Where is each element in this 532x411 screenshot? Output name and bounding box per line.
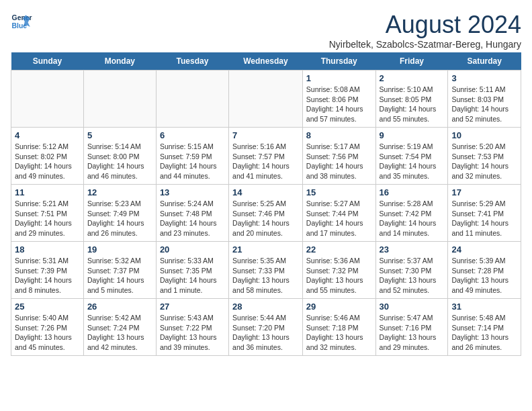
calendar-cell: 23Sunrise: 5:37 AMSunset: 7:30 PMDayligh… — [375, 242, 448, 299]
day-number: 3 — [451, 73, 517, 83]
calendar-cell: 16Sunrise: 5:28 AMSunset: 7:42 PMDayligh… — [375, 185, 448, 242]
day-header-friday: Friday — [375, 52, 448, 71]
day-number: 27 — [160, 302, 225, 312]
logo-icon: General Blue — [11, 11, 32, 32]
day-info: Sunrise: 5:32 AMSunset: 7:37 PMDaylight:… — [87, 256, 152, 295]
day-info: Sunrise: 5:17 AMSunset: 7:56 PMDaylight:… — [306, 142, 372, 181]
day-info: Sunrise: 5:24 AMSunset: 7:48 PMDaylight:… — [160, 199, 225, 238]
day-number: 5 — [87, 130, 152, 140]
week-row-1: 1Sunrise: 5:08 AMSunset: 8:06 PMDaylight… — [11, 71, 521, 128]
day-info: Sunrise: 5:20 AMSunset: 7:53 PMDaylight:… — [451, 142, 517, 181]
calendar-cell — [229, 71, 303, 128]
calendar-cell: 15Sunrise: 5:27 AMSunset: 7:44 PMDayligh… — [302, 185, 375, 242]
page-header: General Blue August 2024 Nyirbeltek, Sza… — [11, 11, 521, 50]
calendar-cell: 11Sunrise: 5:21 AMSunset: 7:51 PMDayligh… — [11, 185, 84, 242]
day-number: 15 — [306, 187, 372, 197]
day-number: 23 — [380, 244, 445, 255]
day-number: 24 — [451, 244, 517, 255]
day-number: 16 — [380, 187, 445, 197]
calendar-cell: 7Sunrise: 5:16 AMSunset: 7:57 PMDaylight… — [229, 128, 303, 185]
day-number: 30 — [380, 302, 445, 312]
day-number: 1 — [306, 73, 372, 83]
day-number: 6 — [160, 130, 225, 140]
calendar-cell: 28Sunrise: 5:44 AMSunset: 7:20 PMDayligh… — [229, 299, 303, 356]
day-info: Sunrise: 5:12 AMSunset: 8:02 PMDaylight:… — [15, 142, 80, 181]
calendar-cell: 26Sunrise: 5:42 AMSunset: 7:24 PMDayligh… — [83, 299, 156, 356]
day-header-row: SundayMondayTuesdayWednesdayThursdayFrid… — [11, 52, 521, 71]
day-header-sunday: Sunday — [11, 52, 84, 71]
day-info: Sunrise: 5:27 AMSunset: 7:44 PMDaylight:… — [306, 199, 372, 238]
day-info: Sunrise: 5:39 AMSunset: 7:28 PMDaylight:… — [451, 256, 517, 295]
day-number: 29 — [306, 302, 372, 312]
day-info: Sunrise: 5:16 AMSunset: 7:57 PMDaylight:… — [232, 142, 299, 181]
week-row-4: 18Sunrise: 5:31 AMSunset: 7:39 PMDayligh… — [11, 242, 521, 299]
calendar-cell: 22Sunrise: 5:36 AMSunset: 7:32 PMDayligh… — [302, 242, 375, 299]
day-number: 12 — [87, 187, 152, 197]
day-info: Sunrise: 5:48 AMSunset: 7:14 PMDaylight:… — [451, 313, 517, 353]
calendar-cell — [83, 71, 156, 128]
day-info: Sunrise: 5:11 AMSunset: 8:03 PMDaylight:… — [451, 85, 517, 124]
day-info: Sunrise: 5:43 AMSunset: 7:22 PMDaylight:… — [160, 313, 225, 353]
day-header-monday: Monday — [83, 52, 156, 71]
calendar-cell: 9Sunrise: 5:19 AMSunset: 7:54 PMDaylight… — [375, 128, 448, 185]
day-info: Sunrise: 5:37 AMSunset: 7:30 PMDaylight:… — [380, 256, 445, 295]
day-info: Sunrise: 5:21 AMSunset: 7:51 PMDaylight:… — [15, 199, 80, 238]
day-number: 19 — [87, 244, 152, 255]
day-number: 10 — [451, 130, 517, 140]
calendar-cell: 18Sunrise: 5:31 AMSunset: 7:39 PMDayligh… — [11, 242, 84, 299]
day-info: Sunrise: 5:46 AMSunset: 7:18 PMDaylight:… — [306, 313, 372, 353]
day-header-wednesday: Wednesday — [229, 52, 303, 71]
day-number: 9 — [380, 130, 445, 140]
day-info: Sunrise: 5:25 AMSunset: 7:46 PMDaylight:… — [232, 199, 299, 238]
day-number: 7 — [232, 130, 299, 140]
calendar-cell: 31Sunrise: 5:48 AMSunset: 7:14 PMDayligh… — [448, 299, 521, 356]
day-header-tuesday: Tuesday — [156, 52, 228, 71]
day-info: Sunrise: 5:36 AMSunset: 7:32 PMDaylight:… — [306, 256, 372, 295]
day-info: Sunrise: 5:47 AMSunset: 7:16 PMDaylight:… — [380, 313, 445, 353]
day-info: Sunrise: 5:33 AMSunset: 7:35 PMDaylight:… — [160, 256, 225, 295]
day-number: 17 — [451, 187, 517, 197]
day-header-thursday: Thursday — [302, 52, 375, 71]
calendar-cell: 21Sunrise: 5:35 AMSunset: 7:33 PMDayligh… — [229, 242, 303, 299]
location-subtitle: Nyirbeltek, Szabolcs-Szatmar-Bereg, Hung… — [329, 39, 521, 50]
day-info: Sunrise: 5:28 AMSunset: 7:42 PMDaylight:… — [380, 199, 445, 238]
calendar-cell: 1Sunrise: 5:08 AMSunset: 8:06 PMDaylight… — [302, 71, 375, 128]
calendar-cell: 30Sunrise: 5:47 AMSunset: 7:16 PMDayligh… — [375, 299, 448, 356]
day-number: 2 — [380, 73, 445, 83]
calendar-cell: 14Sunrise: 5:25 AMSunset: 7:46 PMDayligh… — [229, 185, 303, 242]
week-row-5: 25Sunrise: 5:40 AMSunset: 7:26 PMDayligh… — [11, 299, 521, 356]
day-number: 14 — [232, 187, 299, 197]
calendar-cell: 17Sunrise: 5:29 AMSunset: 7:41 PMDayligh… — [448, 185, 521, 242]
day-info: Sunrise: 5:23 AMSunset: 7:49 PMDaylight:… — [87, 199, 152, 238]
week-row-2: 4Sunrise: 5:12 AMSunset: 8:02 PMDaylight… — [11, 128, 521, 185]
day-header-saturday: Saturday — [448, 52, 521, 71]
day-info: Sunrise: 5:29 AMSunset: 7:41 PMDaylight:… — [451, 199, 517, 238]
calendar-table: SundayMondayTuesdayWednesdayThursdayFrid… — [11, 52, 521, 356]
calendar-cell: 3Sunrise: 5:11 AMSunset: 8:03 PMDaylight… — [448, 71, 521, 128]
calendar-cell: 29Sunrise: 5:46 AMSunset: 7:18 PMDayligh… — [302, 299, 375, 356]
day-number: 20 — [160, 244, 225, 255]
calendar-cell: 13Sunrise: 5:24 AMSunset: 7:48 PMDayligh… — [156, 185, 228, 242]
week-row-3: 11Sunrise: 5:21 AMSunset: 7:51 PMDayligh… — [11, 185, 521, 242]
month-title: August 2024 — [329, 11, 521, 39]
day-info: Sunrise: 5:08 AMSunset: 8:06 PMDaylight:… — [306, 85, 372, 124]
calendar-cell: 12Sunrise: 5:23 AMSunset: 7:49 PMDayligh… — [83, 185, 156, 242]
day-info: Sunrise: 5:15 AMSunset: 7:59 PMDaylight:… — [160, 142, 225, 181]
calendar-cell: 20Sunrise: 5:33 AMSunset: 7:35 PMDayligh… — [156, 242, 228, 299]
calendar-cell: 25Sunrise: 5:40 AMSunset: 7:26 PMDayligh… — [11, 299, 84, 356]
calendar-cell: 27Sunrise: 5:43 AMSunset: 7:22 PMDayligh… — [156, 299, 228, 356]
calendar-cell: 6Sunrise: 5:15 AMSunset: 7:59 PMDaylight… — [156, 128, 228, 185]
day-number: 25 — [15, 302, 80, 312]
calendar-cell: 4Sunrise: 5:12 AMSunset: 8:02 PMDaylight… — [11, 128, 84, 185]
day-info: Sunrise: 5:31 AMSunset: 7:39 PMDaylight:… — [15, 256, 80, 295]
day-number: 18 — [15, 244, 80, 255]
calendar-cell: 19Sunrise: 5:32 AMSunset: 7:37 PMDayligh… — [83, 242, 156, 299]
day-number: 31 — [451, 302, 517, 312]
day-number: 21 — [232, 244, 299, 255]
day-info: Sunrise: 5:40 AMSunset: 7:26 PMDaylight:… — [15, 313, 80, 353]
day-info: Sunrise: 5:42 AMSunset: 7:24 PMDaylight:… — [87, 313, 152, 353]
day-info: Sunrise: 5:44 AMSunset: 7:20 PMDaylight:… — [232, 313, 299, 353]
day-info: Sunrise: 5:19 AMSunset: 7:54 PMDaylight:… — [380, 142, 445, 181]
calendar-cell: 2Sunrise: 5:10 AMSunset: 8:05 PMDaylight… — [375, 71, 448, 128]
day-number: 28 — [232, 302, 299, 312]
